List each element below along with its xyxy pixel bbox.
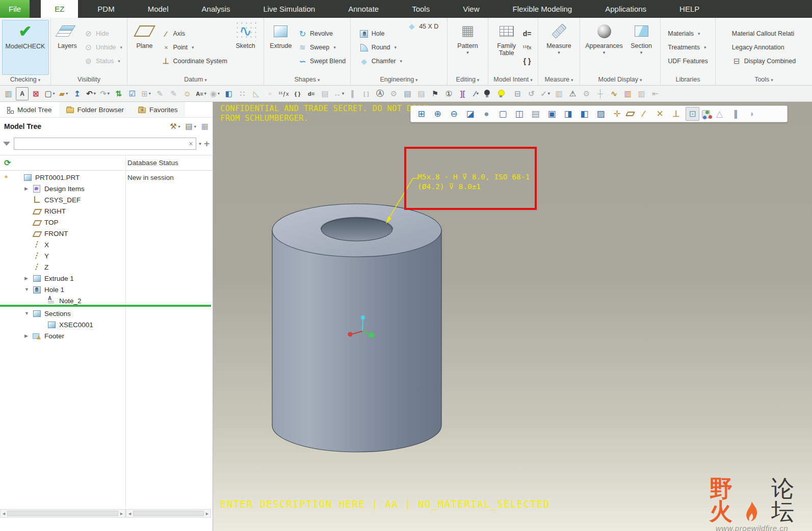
format-list-icon[interactable]: ▤▾ — [401, 87, 414, 100]
datum-display-icon[interactable]: ✛ — [610, 107, 624, 121]
datum-target-icon[interactable]: ⚑▾ — [429, 87, 441, 100]
sweep-button[interactable]: Sweep — [296, 41, 347, 54]
tree-expander-icon[interactable]: ▼ — [24, 311, 33, 316]
navigator-tab[interactable]: Folder Browser — [59, 102, 132, 117]
shading-quality-icon[interactable]: ● — [480, 107, 493, 121]
bulb-off-icon[interactable]: ▾ — [484, 90, 496, 97]
hole-button[interactable]: Hole — [358, 28, 404, 40]
search-add-icon[interactable]: + — [204, 138, 209, 149]
legacy-annotation-button[interactable]: Legacy Annotation — [730, 41, 786, 54]
regenerate-icon[interactable]: ⇅▾ — [112, 87, 125, 100]
select-region-icon[interactable]: ▫▾ — [264, 87, 276, 100]
round-button[interactable]: Round — [358, 41, 404, 54]
mirror-brackets-icon[interactable]: ][▾ — [456, 87, 469, 100]
plane-display-icon[interactable] — [625, 112, 635, 116]
dim-equation-button[interactable]: d= — [521, 28, 533, 40]
menu-tab[interactable]: Analysis — [188, 0, 244, 18]
zoom-out-icon[interactable]: ⊖ — [447, 107, 461, 121]
tree-expander-icon[interactable]: ▶ — [24, 333, 33, 338]
tree-expander-icon[interactable]: ▶ — [24, 276, 33, 281]
render-scene-icon[interactable]: ⊟▾ — [511, 87, 524, 100]
relations-icon[interactable]: { }▾ — [291, 87, 304, 100]
repaint-icon[interactable]: ◪ — [463, 107, 477, 121]
select-sketch-icon[interactable]: ◺▾ — [250, 87, 263, 100]
layers-button[interactable]: Layers — [54, 20, 81, 75]
display-style-icon[interactable]: ▢ — [496, 107, 510, 121]
redo-icon[interactable]: ↷▾ — [98, 87, 111, 100]
measure-small-icon[interactable]: ∕▾ — [470, 87, 483, 100]
warn-aa-icon[interactable]: ⚠▾ — [566, 87, 579, 100]
tree-row[interactable]: ▶ Footer — [0, 330, 213, 341]
tree-row[interactable]: X — [0, 239, 213, 250]
navigator-tab[interactable]: Favorites — [131, 102, 185, 117]
new-file-icon[interactable]: ▢▾ — [43, 87, 56, 100]
navigator-tab[interactable]: Model Tree — [0, 102, 59, 117]
point-button[interactable]: Point — [160, 41, 230, 54]
menu-tab[interactable]: HELP — [666, 0, 713, 18]
wave-sine-icon[interactable]: ∿▾ — [608, 87, 620, 100]
tree-row[interactable]: ▼ Sections — [0, 308, 213, 319]
status-hscrollbar[interactable]: ◄► — [126, 509, 211, 518]
tree-row[interactable]: CSYS_DEF — [0, 194, 213, 205]
dim-display-icon[interactable]: ↔▾ — [332, 87, 345, 100]
menu-tab[interactable]: View — [449, 0, 493, 18]
menu-tab[interactable]: Model — [134, 0, 182, 18]
group-label-checking[interactable]: Checking — [0, 75, 50, 85]
annotation-display-icon[interactable]: ⊡ — [686, 107, 699, 121]
text-style-icon[interactable]: A≡▾ — [195, 87, 207, 100]
menu-tab[interactable]: File — [0, 0, 30, 18]
plane-button[interactable]: Plane — [132, 20, 158, 75]
bulb-on-icon[interactable]: ▾ — [497, 90, 510, 97]
menu-tab[interactable]: Applications — [591, 0, 660, 18]
freeform-icon[interactable]: ∷▾ — [236, 87, 249, 100]
menu-tab[interactable]: Live Simulation — [249, 0, 329, 18]
copy-format-icon[interactable]: ▤▾ — [319, 87, 331, 100]
tree-expander-icon[interactable]: ▼ — [24, 287, 33, 292]
cylinder-model[interactable] — [272, 204, 441, 452]
section-view-icon[interactable]: ▣ — [545, 107, 559, 121]
menu-tab[interactable]: Tools — [398, 0, 443, 18]
approve-icon[interactable]: ✓▾ — [539, 87, 552, 100]
hatch-icon[interactable]: ∥▾ — [346, 87, 359, 100]
group-label-shapes[interactable]: Shapes — [264, 75, 350, 85]
clip-icon[interactable]: ◗ — [745, 107, 759, 121]
tree-filters-button[interactable]: ▤▾ — [186, 122, 196, 131]
insert-locator-line[interactable] — [0, 305, 211, 307]
spin-center-icon[interactable] — [702, 110, 710, 118]
orient-mode-icon[interactable]: △ — [713, 107, 726, 121]
save-status-icon[interactable]: ▥▾ — [553, 87, 565, 100]
tree-row[interactable]: Z — [0, 261, 213, 273]
format-remove-icon[interactable]: ▤▾ — [415, 87, 428, 100]
zoom-in-icon[interactable]: ⊕ — [431, 107, 444, 121]
relations-button[interactable]: { } — [522, 55, 533, 68]
dim-equation-icon[interactable]: d=▾ — [305, 87, 318, 100]
menu-tab[interactable]: Flexible Modeling — [499, 0, 586, 18]
tree-row[interactable]: Y — [0, 250, 213, 261]
undo-icon[interactable]: ↶▾ — [85, 87, 97, 100]
saved-orientations-icon[interactable]: ◫ — [512, 107, 526, 121]
view-manager-icon[interactable]: ▤ — [529, 107, 542, 121]
display-combined-button[interactable]: Display Combined — [730, 55, 797, 68]
pattern-button[interactable]: Pattern ▾ — [453, 20, 483, 75]
tree-row[interactable]: RIGHT — [0, 205, 213, 217]
unhide-button[interactable]: Unhide — [82, 41, 124, 54]
materials-button[interactable]: Materials — [666, 28, 710, 40]
sync-icon[interactable]: ↺▾ — [525, 87, 538, 100]
parameters-button[interactable]: ¹⁵fx — [521, 41, 533, 54]
group-label-tools[interactable]: Tools — [716, 75, 812, 85]
hole-note-annotation[interactable]: M5x.8 - H ⊽ 8.0, ISO 68-1 (Ø4.2) ⊽ 8.0±1 — [417, 172, 530, 192]
chamfer-button[interactable]: Chamfer — [358, 55, 404, 68]
tree-columns-button[interactable]: ▦ — [201, 122, 208, 131]
group-label-measure[interactable]: Measure — [538, 75, 580, 85]
export-save-icon[interactable]: ▥▾ — [621, 87, 634, 100]
group-label-editing[interactable]: Editing — [448, 75, 488, 85]
coordinate-system-button[interactable]: Coordinate System — [160, 55, 230, 68]
section-button[interactable]: Section ▾ — [626, 20, 657, 75]
tree-hscrollbar[interactable]: ◄► — [0, 509, 125, 518]
named-views-icon[interactable]: ◨ — [561, 107, 575, 121]
parameters-icon[interactable]: ¹⁵ƒx▾ — [277, 87, 290, 100]
snap-lines-icon[interactable]: ┼▾ — [594, 87, 607, 100]
search-dropdown-icon[interactable]: ▾ — [199, 141, 201, 146]
group-label-model-intent[interactable]: Model Intent — [488, 75, 538, 85]
point-display-icon[interactable]: ✕ — [653, 107, 667, 121]
